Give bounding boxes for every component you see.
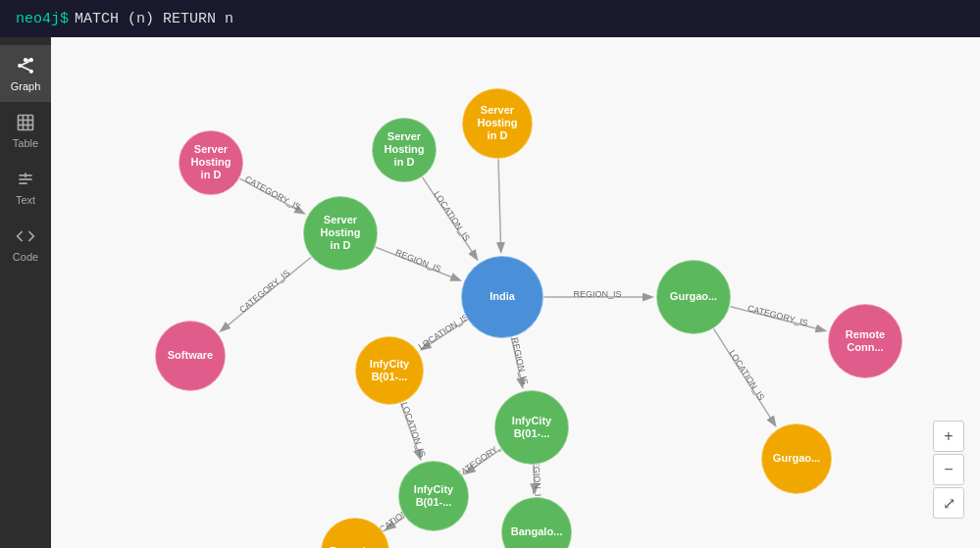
svg-text:LOCATION_IS: LOCATION_IS bbox=[432, 189, 472, 243]
svg-line-5 bbox=[22, 67, 29, 71]
node-bangalo2[interactable]: Bangalo... bbox=[321, 518, 389, 548]
svg-text:CATEGORY_IS: CATEGORY_IS bbox=[747, 303, 809, 327]
svg-point-3 bbox=[24, 58, 27, 62]
zoom-in-button[interactable]: + bbox=[933, 421, 964, 452]
node-infyB2[interactable]: InfyCityB(01-... bbox=[494, 390, 569, 465]
svg-text:Bangalo...: Bangalo... bbox=[511, 525, 563, 537]
svg-text:Gurgao...: Gurgao... bbox=[773, 452, 820, 464]
prompt-text: neo4j$ bbox=[16, 11, 69, 27]
svg-point-0 bbox=[18, 64, 22, 68]
node-india[interactable]: India bbox=[461, 256, 543, 338]
svg-text:in D: in D bbox=[201, 169, 222, 180]
svg-text:Remote: Remote bbox=[846, 328, 885, 340]
svg-text:Gurgao...: Gurgao... bbox=[670, 290, 717, 302]
node-software[interactable]: Software bbox=[155, 321, 226, 391]
sidebar-table-label: Table bbox=[13, 137, 38, 149]
graph-icon bbox=[15, 55, 36, 76]
svg-text:Server: Server bbox=[324, 214, 358, 225]
top-bar: neo4j$ MATCH (n) RETURN n bbox=[0, 0, 980, 37]
svg-text:REGION_IS: REGION_IS bbox=[394, 247, 442, 274]
sidebar-item-table[interactable]: Table bbox=[0, 102, 51, 159]
sidebar-code-label: Code bbox=[13, 251, 38, 263]
table-icon bbox=[15, 112, 36, 133]
svg-text:Hosting: Hosting bbox=[321, 226, 361, 238]
svg-text:InfyCity: InfyCity bbox=[414, 483, 454, 495]
node-bangalo1[interactable]: Bangalo... bbox=[501, 497, 572, 548]
node-gurgao1[interactable]: Gurgao... bbox=[656, 260, 731, 334]
svg-text:LOCATION_IS: LOCATION_IS bbox=[417, 312, 471, 352]
svg-text:InfyCity: InfyCity bbox=[512, 415, 552, 426]
node-gurgao2[interactable]: Gurgao... bbox=[761, 423, 832, 494]
svg-text:B(01-...: B(01-... bbox=[514, 427, 550, 439]
svg-text:in D: in D bbox=[394, 156, 415, 168]
svg-text:B(01-...: B(01-... bbox=[372, 371, 408, 382]
graph-svg: LOCATION_ISREGION_ISCATEGORY_ISCATEGORY_… bbox=[51, 37, 980, 548]
svg-text:India: India bbox=[490, 290, 516, 302]
svg-text:Server: Server bbox=[194, 143, 229, 155]
svg-text:CATEGORY_IS: CATEGORY_IS bbox=[243, 174, 302, 212]
sidebar-item-text[interactable]: Text bbox=[0, 159, 51, 216]
code-icon bbox=[15, 225, 36, 247]
sidebar-item-code[interactable]: Code bbox=[0, 216, 51, 273]
zoom-out-button[interactable]: − bbox=[933, 454, 964, 485]
zoom-fit-button[interactable]: ⤢ bbox=[933, 487, 964, 519]
svg-text:Hosting: Hosting bbox=[478, 117, 518, 128]
svg-text:REGION_IS: REGION_IS bbox=[573, 289, 621, 299]
sidebar: Graph Table bbox=[0, 37, 51, 548]
svg-text:LOCATION_IS: LOCATION_IS bbox=[399, 401, 428, 459]
svg-text:InfyCity: InfyCity bbox=[370, 358, 410, 370]
svg-point-1 bbox=[29, 58, 33, 62]
svg-point-75 bbox=[321, 518, 389, 548]
svg-point-73 bbox=[501, 497, 572, 548]
zoom-controls: + − ⤢ bbox=[933, 421, 964, 519]
node-svr1[interactable]: ServerHostingin D bbox=[303, 196, 378, 271]
svg-text:Conn...: Conn... bbox=[847, 341, 883, 353]
node-infyB3[interactable]: InfyCityB(01-... bbox=[398, 461, 469, 531]
graph-area[interactable]: LOCATION_ISREGION_ISCATEGORY_ISCATEGORY_… bbox=[51, 37, 980, 548]
sidebar-graph-label: Graph bbox=[11, 80, 41, 92]
svg-text:in D: in D bbox=[331, 239, 351, 251]
svg-text:Server: Server bbox=[387, 130, 422, 142]
svg-text:Server: Server bbox=[481, 104, 515, 116]
svg-text:Hosting: Hosting bbox=[191, 156, 232, 168]
svg-text:REGION_IS: REGION_IS bbox=[510, 336, 531, 385]
node-svr3[interactable]: ServerHostingin D bbox=[179, 130, 243, 195]
svg-text:LOCATION_IS: LOCATION_IS bbox=[727, 348, 766, 402]
svg-text:Hosting: Hosting bbox=[385, 143, 425, 155]
text-icon bbox=[15, 169, 36, 190]
svg-point-2 bbox=[29, 70, 33, 74]
svg-line-21 bbox=[498, 159, 501, 251]
svg-text:Software: Software bbox=[168, 349, 213, 361]
svg-text:CATEGORY_IS: CATEGORY_IS bbox=[237, 268, 291, 315]
node-remote[interactable]: RemoteConn... bbox=[828, 304, 903, 378]
command-text: MATCH (n) RETURN n bbox=[75, 11, 233, 27]
svg-text:B(01-...: B(01-... bbox=[416, 496, 452, 508]
svg-text:in D: in D bbox=[488, 129, 508, 141]
node-infyB1[interactable]: InfyCityB(01-... bbox=[355, 336, 424, 405]
sidebar-text-label: Text bbox=[16, 194, 35, 206]
sidebar-item-graph[interactable]: Graph bbox=[0, 45, 51, 102]
main-layout: Graph Table bbox=[0, 37, 980, 548]
svg-rect-7 bbox=[19, 116, 33, 130]
node-svr4[interactable]: ServerHostingin D bbox=[462, 88, 533, 159]
node-svr2[interactable]: ServerHostingin D bbox=[372, 118, 437, 182]
